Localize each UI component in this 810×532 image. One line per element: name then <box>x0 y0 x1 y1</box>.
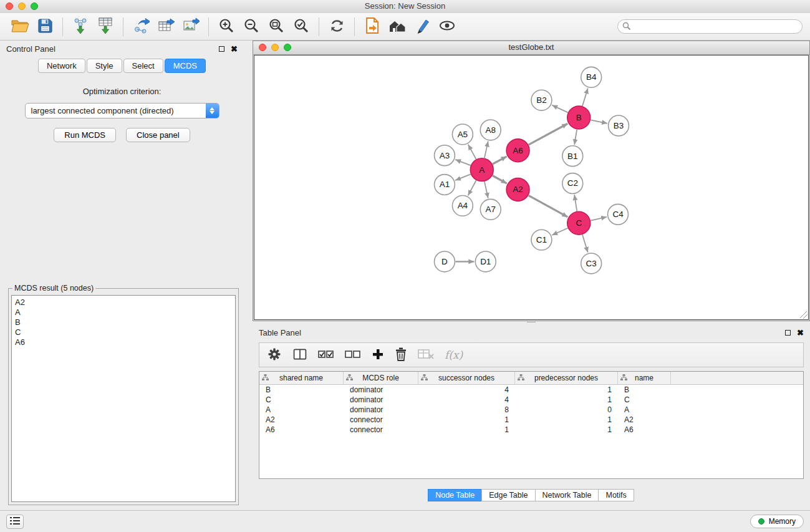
table-cell: 8 <box>418 405 515 414</box>
column-header-successor-nodes[interactable]: successor nodes <box>418 372 515 384</box>
close-panel-icon[interactable]: ✖ <box>231 46 238 52</box>
table-row[interactable]: A6connector11A6 <box>259 425 803 435</box>
edge-A-A6[interactable] <box>493 157 507 164</box>
edge-B-B2[interactable] <box>552 105 567 112</box>
node-D[interactable]: D <box>435 251 455 272</box>
tab-node-table[interactable]: Node Table <box>428 489 482 501</box>
node-C[interactable]: C <box>567 211 591 235</box>
table-row[interactable]: A2connector11A2 <box>259 415 803 425</box>
edge-A-A2[interactable] <box>493 176 507 184</box>
close-table-panel-icon[interactable]: ✖ <box>797 330 804 336</box>
export-network-button[interactable] <box>128 16 153 38</box>
table-row[interactable]: Bdominator41B <box>259 385 803 395</box>
edge-A2-C[interactable] <box>529 195 568 217</box>
tab-mcds[interactable]: MCDS <box>165 59 206 73</box>
node-A8[interactable]: A8 <box>480 120 501 140</box>
tab-select[interactable]: Select <box>123 59 163 73</box>
result-item[interactable]: C <box>15 327 232 337</box>
edge-A-A3[interactable] <box>455 160 470 165</box>
export-image-button[interactable] <box>178 16 203 38</box>
tab-edge-table[interactable]: Edge Table <box>481 489 535 501</box>
node-C4[interactable]: C4 <box>608 204 629 225</box>
tab-style[interactable]: Style <box>87 59 122 73</box>
open-session-button[interactable] <box>7 16 32 38</box>
table-row[interactable]: Adominator80A <box>259 405 803 415</box>
node-A2[interactable]: A2 <box>506 178 529 201</box>
edge-C-C4[interactable] <box>591 217 607 221</box>
node-A[interactable]: A <box>470 158 493 181</box>
apply-style-button[interactable] <box>410 16 435 38</box>
edge-A-A4[interactable] <box>468 180 476 195</box>
show-graphics-details-button[interactable] <box>435 16 460 38</box>
add-column-button[interactable] <box>372 348 384 362</box>
memory-button[interactable]: Memory <box>750 515 804 528</box>
table-cell: 1 <box>515 415 618 424</box>
node-B[interactable]: B <box>567 106 591 129</box>
node-B3[interactable]: B3 <box>609 115 629 136</box>
edge-C-C1[interactable] <box>552 228 567 235</box>
import-network-button[interactable] <box>68 16 93 38</box>
node-B1[interactable]: B1 <box>562 146 583 167</box>
node-C2[interactable]: C2 <box>562 173 583 194</box>
show-columns-button[interactable] <box>292 347 307 364</box>
resize-grip[interactable] <box>800 311 808 319</box>
zoom-fit-button[interactable] <box>264 16 289 38</box>
column-header-name[interactable]: name <box>618 372 671 384</box>
optimization-criterion-dropdown[interactable]: largest connected component (directed) <box>25 103 219 118</box>
node-A5[interactable]: A5 <box>452 124 473 145</box>
edge-A6-B[interactable] <box>529 123 568 145</box>
column-header-predecessor-nodes[interactable]: predecessor nodes <box>515 372 618 384</box>
node-B2[interactable]: B2 <box>531 90 552 110</box>
refresh-button[interactable] <box>324 16 349 38</box>
node-B4[interactable]: B4 <box>581 67 602 87</box>
node-D1[interactable]: D1 <box>475 251 496 272</box>
save-session-button[interactable] <box>32 16 57 38</box>
zoom-selected-button[interactable] <box>289 16 314 38</box>
edge-C-C3[interactable] <box>582 235 588 253</box>
node-A6[interactable]: A6 <box>506 139 529 162</box>
import-table-button[interactable] <box>93 16 118 38</box>
edge-B-B3[interactable] <box>591 120 607 123</box>
result-item[interactable]: A6 <box>15 337 232 347</box>
result-item[interactable]: A2 <box>15 297 232 307</box>
edge-C-C2[interactable] <box>574 195 577 211</box>
result-item[interactable]: B <box>15 317 232 327</box>
result-item[interactable]: A <box>15 307 232 317</box>
edge-B-B4[interactable] <box>582 88 588 106</box>
export-table-button[interactable] <box>153 16 178 38</box>
float-panel-icon[interactable] <box>219 46 224 52</box>
column-header-MCDS-role[interactable]: MCDS role <box>344 372 418 384</box>
table-row[interactable]: Cdominator41C <box>259 395 803 405</box>
network-canvas[interactable]: B4B2BB3A8A5A6A3B1AA1C2A2A4A7CC4C1C3DD1 <box>254 55 809 320</box>
column-header-shared-name[interactable]: shared name <box>259 372 344 384</box>
run-mcds-button[interactable]: Run MCDS <box>54 128 116 142</box>
edge-A-A1[interactable] <box>455 174 471 180</box>
zoom-out-button[interactable] <box>239 16 264 38</box>
mcds-result-list[interactable]: A2ABCA6 <box>11 295 236 502</box>
edge-A-A5[interactable] <box>468 145 476 160</box>
node-A1[interactable]: A1 <box>435 175 455 195</box>
tab-network[interactable]: Network <box>38 59 85 73</box>
table-settings-button[interactable] <box>267 347 282 364</box>
close-panel-button[interactable]: Close panel <box>126 128 190 142</box>
new-network-from-file-button[interactable] <box>360 16 385 38</box>
node-A4[interactable]: A4 <box>452 195 473 216</box>
zoom-in-button[interactable] <box>214 16 239 38</box>
panel-menu-button[interactable] <box>6 515 24 529</box>
node-A7[interactable]: A7 <box>480 199 501 220</box>
edge-A-A8[interactable] <box>485 141 488 158</box>
network-graph[interactable]: B4B2BB3A8A5A6A3B1AA1C2A2A4A7CC4C1C3DD1 <box>254 56 808 319</box>
node-C3[interactable]: C3 <box>581 253 602 274</box>
search-input[interactable] <box>617 19 803 34</box>
home-button[interactable] <box>385 16 410 38</box>
select-all-button[interactable] <box>318 348 334 362</box>
delete-column-button[interactable] <box>395 347 407 363</box>
deselect-all-button[interactable] <box>345 348 361 362</box>
edge-A-A7[interactable] <box>485 181 488 198</box>
float-table-panel-icon[interactable] <box>785 330 791 336</box>
tab-network-table[interactable]: Network Table <box>535 489 599 501</box>
tab-motifs[interactable]: Motifs <box>598 489 634 501</box>
edge-B-B1[interactable] <box>574 130 577 145</box>
node-C1[interactable]: C1 <box>531 230 552 250</box>
node-A3[interactable]: A3 <box>435 145 455 166</box>
